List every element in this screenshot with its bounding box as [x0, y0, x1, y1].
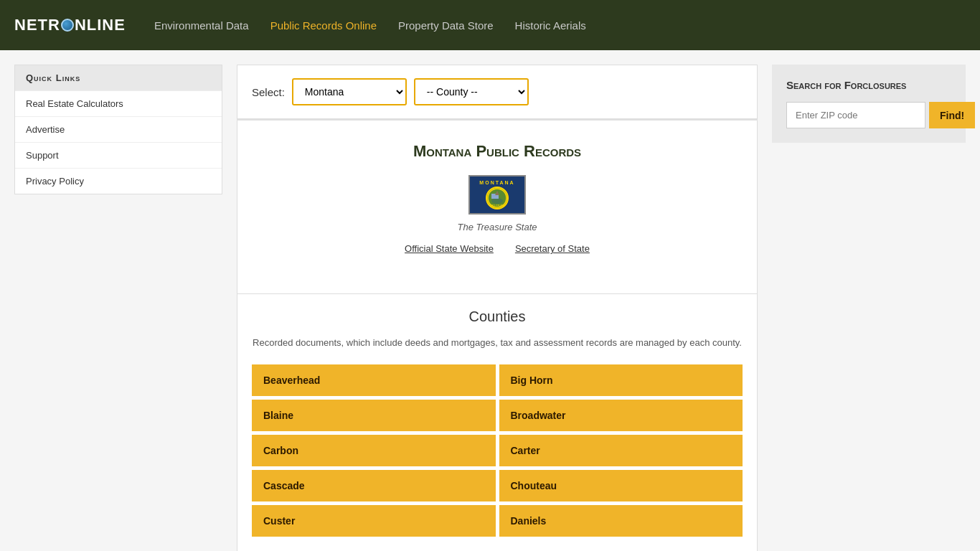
- official-state-website-link[interactable]: Official State Website: [405, 243, 494, 254]
- main-nav: Environmental Data Public Records Online…: [154, 19, 586, 32]
- logo[interactable]: NETRNLINE: [14, 16, 126, 34]
- county-btn-carbon[interactable]: Carbon: [252, 435, 496, 466]
- svg-point-1: [491, 198, 503, 204]
- counties-grid: BeaverheadBig HornBlaineBroadwaterCarbon…: [252, 364, 743, 537]
- logo-text-nline: NLINE: [75, 16, 126, 34]
- sidebar-item-support[interactable]: Support: [15, 142, 222, 168]
- counties-description: Recorded documents, which include deeds …: [252, 336, 743, 350]
- state-select[interactable]: Montana Alabama Alaska Arizona: [292, 78, 407, 105]
- county-btn-broadwater[interactable]: Broadwater: [499, 400, 743, 431]
- foreclosure-title: Search for Forclosures: [786, 79, 951, 91]
- sidebar: Quick Links Real Estate Calculators Adve…: [14, 65, 222, 551]
- nav-environmental[interactable]: Environmental Data: [154, 19, 249, 32]
- svg-text:ORO Y PLATA: ORO Y PLATA: [490, 204, 505, 207]
- state-links: Official State Website Secretary of Stat…: [252, 243, 743, 254]
- counties-title: Counties: [252, 309, 743, 325]
- county-btn-custer[interactable]: Custer: [252, 505, 496, 537]
- nav-historic-aerials[interactable]: Historic Aerials: [515, 19, 586, 32]
- county-select[interactable]: -- County --: [414, 78, 529, 105]
- county-btn-blaine[interactable]: Blaine: [252, 400, 496, 431]
- state-title: Montana Public Records: [252, 142, 743, 161]
- foreclosure-form: Find!: [786, 102, 951, 128]
- county-btn-cascade[interactable]: Cascade: [252, 470, 496, 501]
- flag-seal: ORO Y PLATA: [486, 187, 509, 209]
- flag-text: MONTANA: [479, 180, 514, 185]
- select-label: Select:: [252, 86, 285, 98]
- nav-property-data[interactable]: Property Data Store: [398, 19, 494, 32]
- county-btn-daniels[interactable]: Daniels: [499, 505, 743, 537]
- counties-section: Counties Recorded documents, which inclu…: [237, 294, 758, 551]
- secretary-of-state-link[interactable]: Secretary of State: [515, 243, 590, 254]
- sidebar-item-privacy[interactable]: Privacy Policy: [15, 168, 222, 194]
- county-btn-chouteau[interactable]: Chouteau: [499, 470, 743, 501]
- foreclosure-box: Search for Forclosures Find!: [772, 65, 966, 143]
- logo-text-netr: NETR: [14, 16, 60, 34]
- select-bar: Select: Montana Alabama Alaska Arizona -…: [237, 65, 758, 119]
- county-btn-beaverhead[interactable]: Beaverhead: [252, 364, 496, 396]
- zip-input[interactable]: [786, 102, 925, 128]
- state-nickname: The Treasure State: [252, 222, 743, 232]
- main-wrapper: Quick Links Real Estate Calculators Adve…: [0, 50, 980, 551]
- state-flag: MONTANA ORO Y PLATA: [468, 175, 526, 215]
- globe-icon: [61, 19, 74, 32]
- right-sidebar: Search for Forclosures Find!: [772, 65, 966, 551]
- state-info-box: Montana Public Records MONTANA ORO Y PLA…: [237, 121, 758, 294]
- sidebar-item-advertise[interactable]: Advertise: [15, 116, 222, 142]
- quick-links-box: Quick Links Real Estate Calculators Adve…: [14, 65, 222, 194]
- county-btn-big-horn[interactable]: Big Horn: [499, 364, 743, 396]
- county-btn-carter[interactable]: Carter: [499, 435, 743, 466]
- seal-svg: ORO Y PLATA: [487, 188, 507, 208]
- content-area: Select: Montana Alabama Alaska Arizona -…: [237, 65, 758, 551]
- find-button[interactable]: Find!: [929, 102, 975, 128]
- quick-links-title: Quick Links: [15, 65, 222, 90]
- sidebar-item-real-estate[interactable]: Real Estate Calculators: [15, 90, 222, 116]
- nav-public-records[interactable]: Public Records Online: [270, 19, 377, 32]
- header: NETRNLINE Environmental Data Public Reco…: [0, 0, 980, 50]
